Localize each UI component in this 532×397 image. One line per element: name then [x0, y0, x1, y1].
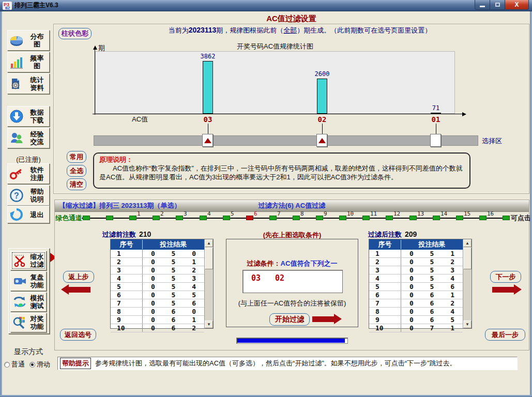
display-mode-label: 显示方式 [7, 347, 50, 357]
condition-label: 过滤条件： [247, 259, 281, 267]
channel-square-8[interactable] [293, 216, 300, 220]
radio-label: 普通 [11, 360, 25, 369]
radio-display-normal[interactable]: 普通 [4, 360, 25, 369]
channel-square-6[interactable] [246, 216, 253, 220]
table-row: 8064 [369, 308, 463, 316]
channel-number: 12 [393, 210, 400, 217]
clear-button[interactable]: 清空 [67, 178, 86, 190]
channel-square-13[interactable] [409, 216, 417, 220]
scrollbar[interactable]: ▲ ▼ [204, 239, 213, 328]
back-step-button[interactable]: 返上步 [63, 271, 94, 283]
radio-display-slide[interactable]: 滑动 [29, 360, 50, 369]
channel-square[interactable] [503, 216, 510, 220]
table-row: 8060 [111, 308, 204, 316]
channel-square-1[interactable] [129, 216, 136, 220]
table-row: 9065 [369, 316, 463, 324]
channel-square-15[interactable] [456, 216, 463, 220]
common-button[interactable]: 常用 [67, 151, 86, 163]
sidebar-item-frequency[interactable]: 频率图 [7, 52, 50, 72]
help-tip-label: 帮助提示 [60, 358, 91, 369]
scrollbar[interactable]: ▲ ▼ [463, 239, 472, 328]
stats-book-icon [9, 76, 24, 91]
sidebar-label: 经验交流 [25, 130, 49, 146]
channel-square[interactable] [83, 216, 90, 220]
ac-selector-02[interactable] [316, 134, 327, 147]
channel-square[interactable] [106, 216, 113, 220]
start-filter-button[interactable]: 开始过滤 [269, 313, 310, 326]
channel-square-5[interactable] [223, 216, 230, 220]
col-result-header: 投注结果 [143, 240, 204, 249]
table-row: 2051 [111, 258, 204, 266]
help-bar: 帮助提示 参考规律统计图，选取最有可能出现的AC值（可多选），然后点击“开始过滤… [57, 357, 518, 370]
close-icon: X [514, 1, 519, 8]
channel-square-12[interactable] [386, 216, 393, 220]
sidebar-item-simulate[interactable]: 模拟测试 [10, 292, 47, 312]
minimize-button[interactable] [475, 0, 490, 10]
y-axis [95, 50, 95, 115]
channel-square-16[interactable] [479, 216, 487, 220]
close-button[interactable]: X [505, 0, 529, 10]
start-arrow-icon [312, 316, 334, 322]
table-row: 10062 [111, 324, 204, 332]
sidebar-item-exit[interactable]: 退出 [7, 206, 50, 223]
sidebar-item-download[interactable]: 数据下载 [7, 106, 50, 127]
channel-square-11[interactable] [362, 216, 370, 220]
selector-zone-label: 选择区 [482, 136, 502, 146]
x-axis [93, 114, 462, 114]
chart-bar-03 [203, 61, 213, 114]
channel-square-3[interactable] [176, 216, 183, 220]
principle-title: 原理说明： [99, 155, 464, 164]
sidebar-item-shrink-filter[interactable]: 缩水过滤 [10, 251, 47, 270]
channel-square-7[interactable] [269, 216, 277, 220]
last-step-button[interactable]: 最后一步 [485, 329, 525, 341]
help-tip-text: 参考规律统计图，选取最有可能出现的AC值（可多选），然后点击“开始过滤”。如果不… [95, 359, 456, 368]
channel-number: 10 [347, 210, 354, 217]
channel-square-2[interactable] [153, 216, 160, 220]
sidebar-item-prize-check[interactable]: 对奖功能 [10, 313, 47, 332]
ac-selector-01[interactable] [430, 134, 441, 147]
principle-body: AC值也称作“数字复杂指数”，在排列三中，一注号码中所有号码两两相减，取差的绝对… [99, 164, 464, 181]
svg-text:BZ: BZ [5, 6, 10, 10]
table-row: 5056 [369, 283, 463, 291]
channel-square-4[interactable] [200, 216, 207, 220]
window-border-left [0, 0, 2, 397]
scroll-thumb[interactable] [205, 248, 213, 269]
table-row: 2052 [369, 258, 463, 266]
channel-number: 7 [277, 210, 281, 217]
sidebar-label: 对奖功能 [28, 315, 45, 330]
scroll-down-icon[interactable]: ▼ [463, 320, 472, 328]
condition-input[interactable]: 0302 [242, 270, 343, 293]
sidebar-item-exchange[interactable]: 经验交流 [7, 128, 50, 148]
back-to-select-button[interactable]: 返回选号 [60, 329, 96, 341]
sidebar-item-replay[interactable]: 复盘功能 [10, 271, 47, 291]
next-step-button[interactable]: 下一步 [490, 271, 521, 283]
table-row: 9061 [111, 316, 204, 324]
channel-number: 9 [324, 210, 327, 217]
channel-number: 1 [137, 210, 141, 217]
scroll-up-icon[interactable]: ▲ [205, 239, 213, 247]
y-axis-label: 期 [98, 43, 105, 53]
sidebar-item-distribution[interactable]: 分布图 [7, 30, 50, 51]
table-header: 序号 投注结果 [369, 239, 463, 250]
scroll-thumb[interactable] [463, 248, 472, 269]
sidebar-item-help[interactable]: ? 帮助说明 [7, 185, 50, 206]
scroll-up-icon[interactable]: ▲ [463, 239, 472, 247]
sidebar-item-register[interactable]: 软件注册 [7, 163, 50, 184]
sidebar-item-statistics[interactable]: 统计资料 [7, 73, 50, 94]
channel-square-10[interactable] [339, 216, 346, 220]
all-issues-link[interactable]: 全部 [283, 26, 297, 34]
channel-square-9[interactable] [316, 216, 323, 220]
app-icon: P3 BZ [3, 2, 12, 10]
maximize-icon [495, 3, 500, 7]
sidebar-label: 复盘功能 [28, 273, 45, 289]
sidebar-label: 模拟测试 [28, 294, 45, 310]
ac-selector-03[interactable] [202, 134, 213, 147]
channel-square-14[interactable] [433, 216, 440, 220]
col-seq-header: 序号 [111, 240, 143, 249]
scroll-down-icon[interactable]: ▼ [205, 320, 213, 328]
chart-bar-02 [317, 79, 327, 114]
select-all-button[interactable]: 全选 [67, 165, 86, 177]
radio-label: 滑动 [37, 360, 50, 369]
maximize-button[interactable] [490, 0, 505, 10]
bar-color-button[interactable]: 柱状色彩 [58, 28, 92, 39]
